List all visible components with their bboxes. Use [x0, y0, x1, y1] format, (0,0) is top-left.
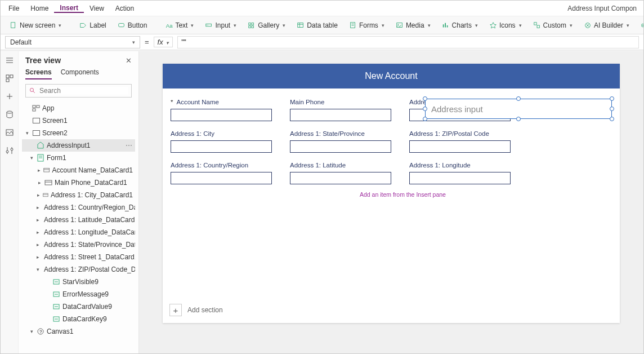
expand-icon[interactable]: ▸ [37, 254, 39, 260]
tree-node-address-1-street-1-datacard1[interactable]: ▸Address 1: Street 1_DataCard1 [22, 251, 135, 263]
menu-action[interactable]: Action [110, 5, 140, 12]
selection-handle[interactable] [516, 96, 521, 101]
ribbon-text[interactable]: AaText▾ [160, 20, 198, 31]
ribbon-custom[interactable]: Custom▾ [529, 20, 577, 31]
tree-node-form1[interactable]: ▾Form1 [22, 152, 135, 164]
data-icon[interactable] [5, 110, 14, 119]
datacard-input[interactable] [290, 140, 391, 153]
tab-components[interactable]: Components [61, 68, 99, 79]
tree-node-canvas1[interactable]: ▾?Canvas1 [22, 325, 135, 338]
tree-node-address-1-city-datacard1[interactable]: ▸Address 1: City_DataCard1 [22, 189, 135, 201]
expand-icon[interactable]: ▸ [37, 205, 39, 210]
ribbon-gallery[interactable]: Gallery▾ [243, 20, 290, 31]
ribbon-data-table[interactable]: Data table [292, 20, 342, 31]
table-icon [297, 21, 305, 29]
ribbon-new-screen[interactable]: New screen▾ [5, 20, 66, 31]
selection-handle[interactable] [423, 117, 427, 121]
datacard-address-1-state-province[interactable]: Address 1: State/Province [290, 129, 391, 153]
expand-icon[interactable]: ▾ [37, 267, 39, 272]
more-icon[interactable]: ⋯ [126, 141, 133, 149]
tree-node-main-phone-datacard1[interactable]: ▸Main Phone_DataCard1 [22, 176, 135, 189]
ribbon-label: Icons [499, 21, 516, 29]
selection-handle[interactable] [610, 117, 614, 121]
selection-handle[interactable] [610, 107, 614, 111]
datacard-input[interactable] [409, 172, 511, 184]
expand-icon[interactable]: ▸ [37, 180, 42, 185]
tree-node-app[interactable]: App [22, 102, 135, 114]
datacard-input[interactable] [171, 172, 272, 184]
search-input[interactable] [39, 87, 128, 95]
tree-node-label: ErrorMessage9 [62, 290, 109, 298]
tree-node-label: StarVisible9 [62, 278, 99, 286]
address-input-component[interactable]: Address input [425, 99, 612, 119]
datacard-account-name[interactable]: *Account Name [171, 98, 272, 121]
ribbon-button[interactable]: Button [113, 20, 152, 31]
menu-insert[interactable]: Insert [54, 4, 84, 13]
ribbon-label[interactable]: Label [75, 20, 110, 31]
selection-handle[interactable] [423, 96, 427, 101]
selection-handle[interactable] [610, 96, 614, 101]
tree-node-account-name-datacard1[interactable]: ▸Account Name_DataCard1 [22, 164, 135, 176]
app-canvas[interactable]: New Account *Account NameMain PhoneAddre… [163, 64, 620, 323]
tree-node-address-1-latitude-datacard1[interactable]: ▸Address 1: Latitude_DataCard1 [22, 214, 135, 226]
ribbon-media[interactable]: Media▾ [391, 20, 435, 31]
tree-node-label: Address 1: Country/Region_DataCard1 [44, 203, 135, 211]
tree-node-address-1-state-province-datacard1[interactable]: ▸Address 1: State/Province_DataCard1 [22, 238, 135, 251]
datacard-address-1-longitude[interactable]: Address 1: Longitude [409, 161, 511, 184]
ribbon-input[interactable]: Input▾ [200, 20, 241, 31]
expand-icon[interactable]: ▾ [29, 155, 34, 161]
tree-node-address-1-zip-postal-code-datacard1[interactable]: ▾Address 1: ZIP/Postal Code_DataCard1 [22, 263, 135, 276]
insert-icon[interactable] [5, 92, 14, 101]
tree-node-address-1-country-region-datacard1[interactable]: ▸Address 1: Country/Region_DataCard1 [22, 201, 135, 214]
add-section-button[interactable]: + Add section [169, 304, 223, 316]
datacard-input[interactable] [171, 109, 272, 121]
datacard-input[interactable] [409, 140, 511, 153]
datacard-address-1-country-region[interactable]: Address 1: Country/Region [171, 161, 272, 184]
insert-hint: Add an item from the Insert pane [360, 191, 446, 198]
expand-icon[interactable]: ▸ [37, 217, 39, 223]
tree-view-icon[interactable] [5, 74, 14, 83]
expand-icon[interactable]: ▾ [24, 130, 30, 136]
menu-view[interactable]: View [84, 5, 110, 12]
expand-icon[interactable]: ▾ [29, 329, 34, 334]
menu-file[interactable]: File [3, 5, 25, 12]
datacard-address-1-latitude[interactable]: Address 1: Latitude [290, 161, 391, 184]
tree-node-screen2[interactable]: ▾Screen2 [22, 127, 135, 139]
datacard-input[interactable] [290, 172, 391, 184]
datacard-label: Address 1: State/Province [290, 129, 391, 138]
tree-search[interactable] [25, 84, 132, 98]
ribbon-icons[interactable]: Icons▾ [485, 20, 526, 31]
fx-button[interactable]: fx ▾ [154, 37, 173, 47]
tree-node-screen1[interactable]: Screen1 [22, 114, 135, 127]
property-dropdown[interactable]: Default ▾ [5, 36, 140, 48]
tree-node-addressinput1[interactable]: AddressInput1⋯ [22, 139, 135, 152]
expand-icon[interactable]: ▸ [37, 167, 41, 173]
datacard-main-phone[interactable]: Main Phone [290, 98, 391, 121]
tools-icon[interactable] [5, 146, 14, 155]
tree-node-errormessage9[interactable]: ErrorMessage9 [22, 288, 135, 300]
datacard-address-1-zip-postal-code[interactable]: Address 1: ZIP/Postal Code [409, 129, 511, 153]
tree-node-datacardkey9[interactable]: DataCardKey9 [22, 313, 135, 325]
selection-handle[interactable] [516, 117, 521, 121]
close-icon[interactable]: ✕ [126, 56, 132, 65]
ribbon-forms[interactable]: Forms▾ [345, 20, 389, 31]
tree-node-starvisible9[interactable]: StarVisible9 [22, 276, 135, 288]
tab-screens[interactable]: Screens [25, 68, 52, 79]
tree-node-address-1-longitude-datacard1[interactable]: ▸Address 1: Longitude_DataCard1 [22, 226, 135, 238]
expand-icon[interactable]: ▸ [37, 229, 39, 235]
ribbon-ai-builder[interactable]: AI Builder▾ [579, 20, 634, 31]
selection-handle[interactable] [423, 107, 427, 111]
menu-home[interactable]: Home [25, 5, 54, 12]
datacard-input[interactable] [171, 140, 272, 153]
hamburger-icon[interactable] [5, 56, 14, 65]
tree-node-datacardvalue9[interactable]: DataCardValue9 [22, 300, 135, 313]
chevron-down-icon: ▾ [627, 23, 629, 28]
expand-icon[interactable]: ▸ [37, 192, 41, 198]
ribbon-charts[interactable]: Charts▾ [437, 20, 482, 31]
datacard-input[interactable] [290, 109, 391, 121]
datacard-address-1-city[interactable]: Address 1: City [171, 129, 272, 153]
expand-icon[interactable]: ▸ [37, 242, 39, 247]
media-pane-icon[interactable] [5, 128, 14, 137]
formula-input[interactable] [177, 36, 639, 48]
ribbon-mixed-reality[interactable]: Mixed Reality▾ [636, 20, 643, 31]
